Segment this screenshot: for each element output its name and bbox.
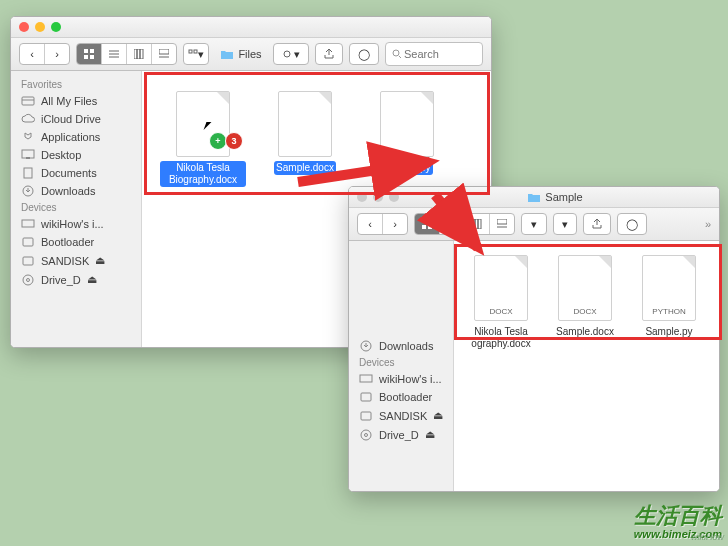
svg-point-27 [27,278,30,281]
svg-rect-1 [90,49,94,53]
computer-icon [21,218,35,230]
content-area[interactable]: DOCX Nikola Tesla ography.docx DOCX Samp… [454,241,719,491]
sidebar-item-wikihow[interactable]: wikiHow's i... [11,215,141,233]
file-sample-docx[interactable]: Sample.docx [262,91,348,175]
titlebar[interactable] [11,17,491,38]
file-name: Sample.docx [554,325,616,339]
sidebar-item-downloads[interactable]: Downloads [349,337,453,355]
folder-icon [527,192,541,203]
list-view-button[interactable] [102,44,127,64]
search-field[interactable] [385,42,483,66]
window-body: Downloads Devices wikiHow's i... Bootloa… [349,241,719,491]
svg-rect-38 [497,219,507,224]
sidebar-item-wikihow[interactable]: wikiHow's i... [349,370,453,388]
traffic-lights [357,192,399,202]
svg-rect-42 [361,393,371,401]
svg-point-15 [393,50,399,56]
tags-button[interactable]: ◯ [617,213,647,235]
search-input[interactable] [402,47,476,61]
arrange-group: ▾ [521,213,547,235]
svg-rect-30 [422,225,426,229]
eject-icon[interactable]: ⏏ [87,273,97,286]
titlebar[interactable]: Sample [349,187,719,208]
file-sample-py[interactable]: PYTHON Sample.py [632,255,706,339]
list-view-button[interactable] [440,214,465,234]
eject-icon[interactable]: ⏏ [433,409,443,422]
sidebar-item-label: SANDISK [41,255,89,267]
zoom-button[interactable] [51,22,61,32]
arrange-button[interactable]: ▾ [184,44,208,64]
sidebar-item-label: All My Files [41,95,97,107]
sidebar-item-label: wikiHow's i... [379,373,442,385]
share-button[interactable] [583,213,611,235]
eject-icon[interactable]: ⏏ [425,428,435,441]
svg-rect-21 [24,168,32,178]
sidebar-item-documents[interactable]: Documents [11,164,141,182]
coverflow-view-button[interactable] [152,44,176,64]
svg-point-14 [284,51,290,57]
title-text: Sample [545,191,582,203]
drag-count-badge: 3 [225,132,243,150]
minimize-button[interactable] [373,192,383,202]
close-button[interactable] [357,192,367,202]
icon-view-button[interactable] [77,44,102,64]
column-view-button[interactable] [127,44,152,64]
svg-rect-41 [360,375,372,382]
close-button[interactable] [19,22,29,32]
sidebar-item-icloud[interactable]: iCloud Drive [11,110,141,128]
icon-view-button[interactable] [415,214,440,234]
sidebar-item-label: iCloud Drive [41,113,101,125]
documents-icon [21,167,35,179]
column-view-button[interactable] [465,214,490,234]
action-button[interactable]: ▾ [273,43,309,65]
downloads-icon [21,185,35,197]
svg-rect-10 [159,49,169,54]
coverflow-view-button[interactable] [490,214,514,234]
sidebar-item-sandisk[interactable]: SANDISK ⏏ [349,406,453,425]
sidebar: Downloads Devices wikiHow's i... Bootloa… [349,241,454,491]
minimize-button[interactable] [35,22,45,32]
share-button[interactable] [315,43,343,65]
forward-button[interactable]: › [45,44,69,64]
svg-rect-13 [194,50,197,53]
sidebar-item-label: Downloads [41,185,95,197]
tags-button[interactable]: ◯ [349,43,379,65]
svg-point-44 [361,430,371,440]
eject-icon[interactable]: ⏏ [95,254,105,267]
forward-button[interactable]: › [383,214,407,234]
gear-icon [282,49,294,59]
sidebar-item-drive-d[interactable]: Drive_D ⏏ [349,425,453,444]
disk-icon [21,236,35,248]
file-nikola-tesla[interactable]: DOCX Nikola Tesla ography.docx [464,255,538,351]
file-sample-py[interactable]: Sample.py [364,91,450,175]
sidebar-item-downloads[interactable]: Downloads [11,182,141,200]
cloud-icon [21,113,35,125]
file-sample-docx[interactable]: DOCX Sample.docx [548,255,622,339]
svg-rect-2 [84,55,88,59]
sidebar-item-all-my-files[interactable]: All My Files [11,92,141,110]
sidebar-item-desktop[interactable]: Desktop [11,146,141,164]
arrange-button[interactable]: ▾ [522,214,546,234]
back-button[interactable]: ‹ [358,214,383,234]
svg-rect-0 [84,49,88,53]
svg-rect-29 [428,219,432,223]
svg-rect-9 [140,49,143,59]
action-button[interactable]: ▾ [553,213,577,235]
sidebar-item-label: Downloads [379,340,433,352]
sidebar-header-devices: Devices [11,200,141,215]
svg-rect-24 [23,238,33,246]
sidebar-item-applications[interactable]: Applications [11,128,141,146]
sidebar-item-drive-d[interactable]: Drive_D ⏏ [11,270,141,289]
applications-icon [21,131,35,143]
window-title: Sample [527,191,582,203]
back-button[interactable]: ‹ [20,44,45,64]
zoom-button[interactable] [389,192,399,202]
sidebar-item-bootloader[interactable]: Bootloader [349,388,453,406]
file-nikola-tesla[interactable]: + 3 Nikola Tesla Biography.docx [160,91,246,187]
sidebar-item-bootloader[interactable]: Bootloader [11,233,141,251]
sidebar-item-sandisk[interactable]: SANDISK ⏏ [11,251,141,270]
nav-buttons: ‹ › [357,213,408,235]
expand-search-button[interactable]: » [705,218,711,230]
svg-point-45 [365,433,368,436]
search-icon [392,49,402,59]
